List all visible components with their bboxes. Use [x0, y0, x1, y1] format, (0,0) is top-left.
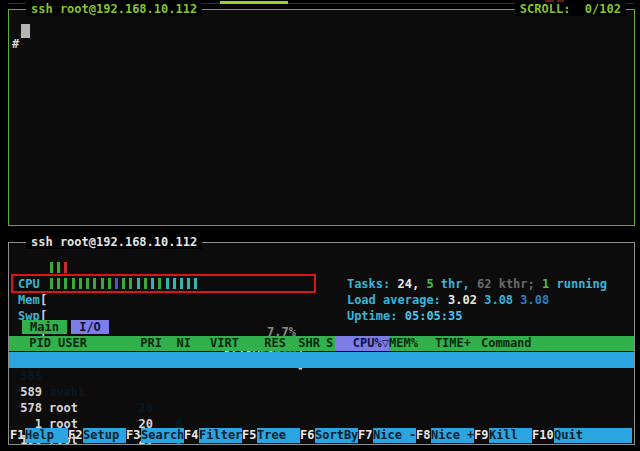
fkey-f9[interactable]: F9	[474, 428, 489, 443]
tasks-line: Tasks: 24, 5 thr, 62 kthr; 1 running	[318, 260, 634, 276]
process-row-htop[interactable]: 589 root 20 0 1672 1444 1000 R 1.3 1.1 0…	[0, 368, 640, 384]
shell-prompt-line[interactable]: #	[0, 20, 640, 36]
shell-prompt: #	[12, 36, 19, 52]
header-command[interactable]: Command	[481, 336, 532, 350]
cpu-meter-bars	[50, 262, 230, 274]
uptime-line: Uptime: 05:05:35	[318, 292, 634, 308]
fkey-f2-label[interactable]: Setup	[83, 428, 126, 443]
top-terminal-pane[interactable]	[8, 9, 635, 226]
header-time[interactable]: TIME+	[413, 336, 471, 350]
header-cpu-sort-column[interactable]: CPU%▽	[335, 336, 389, 351]
header-cpu: CPU%	[353, 336, 382, 350]
fkey-f6-label[interactable]: SortBy	[315, 428, 358, 443]
process-row-avahi[interactable]: 585 avahi 20 0 2008 1272 728 S 3.9 1.0 1…	[0, 352, 640, 368]
fkey-f4-label[interactable]: Filter	[199, 428, 242, 443]
fkey-f10-label[interactable]: Quit	[554, 428, 632, 443]
uptime-label: Uptime:	[347, 309, 405, 323]
mem-highlight-annotation	[11, 274, 316, 293]
fkey-f3[interactable]: F3	[126, 428, 141, 443]
fkey-f3-label[interactable]: Search	[141, 428, 184, 443]
fkey-f8-label[interactable]: Nice +	[431, 428, 474, 443]
terminal-cursor	[21, 24, 30, 38]
fkey-f1-label[interactable]: Help	[25, 428, 68, 443]
process-row-init[interactable]: 1 root 20 0 768 524 476 S 0.0 0.4 0:02.1…	[0, 400, 640, 416]
bottom-pane-title: ssh root@192.168.10.112	[26, 235, 202, 249]
header-pid[interactable]: PID	[19, 336, 51, 350]
terminal-screen: ssh root@192.168.10.112 SCROLL: 0/102 # …	[0, 0, 640, 451]
tab-io[interactable]: I/O	[71, 320, 109, 334]
fkey-f4[interactable]: F4	[184, 428, 199, 443]
header-shr[interactable]: SHR	[279, 336, 320, 350]
header-ni[interactable]: NI	[167, 336, 191, 350]
header-user[interactable]: USER	[58, 336, 133, 350]
header-pri[interactable]: PRI	[134, 336, 162, 350]
tab-main[interactable]: Main	[22, 320, 67, 334]
process-row-sshd[interactable]: 578 root 20 0 5760 5044 3816 S 0.6 3.9 0…	[0, 384, 640, 400]
fkey-f5-label[interactable]: Tree	[257, 428, 300, 443]
top-strip-green-segment	[220, 1, 288, 4]
fkey-f9-label[interactable]: Kill	[489, 428, 532, 443]
fkey-f5[interactable]: F5	[242, 428, 257, 443]
sort-arrow-icon: ▽	[382, 336, 389, 350]
fkey-f6[interactable]: F6	[300, 428, 315, 443]
process-table-header: PID USER PRI NI VIRT RES SHR S CPU%▽ MEM…	[9, 336, 634, 351]
fkey-f2[interactable]: F2	[68, 428, 83, 443]
load-average-line: Load average: 3.02 3.08 3.08	[318, 276, 634, 292]
fkey-f10[interactable]: F10	[532, 428, 554, 443]
header-virt[interactable]: VIRT	[195, 336, 239, 350]
fkey-f8[interactable]: F8	[416, 428, 431, 443]
scroll-indicator: SCROLL: 0/102	[515, 2, 626, 16]
fkey-f7[interactable]: F7	[358, 428, 373, 443]
fkey-f7-label[interactable]: Nice -	[373, 428, 416, 443]
uptime-value: 05:05:35	[405, 309, 463, 323]
top-pane-title: ssh root@192.168.10.112	[26, 2, 202, 16]
fkey-f1[interactable]: F1	[10, 428, 25, 443]
